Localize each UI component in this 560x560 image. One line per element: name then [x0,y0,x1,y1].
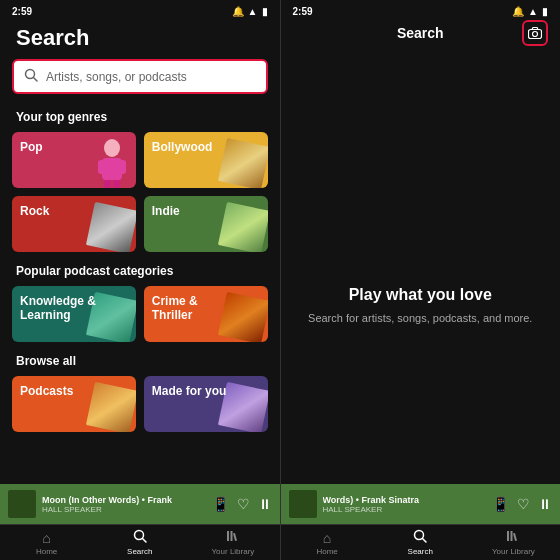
left-panel: 2:59 🔔 ▲ ▮ Search Artists, songs, or pod… [0,0,280,560]
genre-card-indie[interactable]: Indie [144,196,268,252]
right-search-icon [413,529,427,546]
podcast-grid: Knowledge &Learning Crime &Thriller [0,286,280,350]
svg-line-9 [142,539,146,543]
left-nav-library[interactable]: Your Library [186,529,279,556]
genre-crime-label: Crime &Thriller [152,294,198,323]
right-heart-icon[interactable]: ♡ [517,496,530,512]
left-nav-home[interactable]: ⌂ Home [0,530,93,556]
right-wifi-icon: ▲ [528,6,538,17]
bell-icon: 🔔 [232,6,244,17]
right-status-bar: 2:59 🔔 ▲ ▮ [281,0,561,19]
pop-art [92,136,132,188]
svg-rect-7 [113,180,120,188]
right-header: Search [281,19,561,49]
left-status-bar: 2:59 🔔 ▲ ▮ [0,0,280,19]
right-home-icon: ⌂ [323,530,331,546]
genre-made-for-you-label: Made for you [152,384,227,398]
genre-card-bollywood[interactable]: Bollywood [144,132,268,188]
right-device-icon[interactable]: 📱 [492,496,509,512]
left-nav-search[interactable]: Search [93,529,186,556]
svg-rect-19 [513,533,517,541]
right-nav-library[interactable]: Your Library [467,529,560,556]
search-bar[interactable]: Artists, songs, or podcasts [12,59,268,94]
rock-art [86,202,136,252]
home-icon: ⌂ [42,530,50,546]
left-nowplaying-controls: 📱 ♡ ⏸ [212,496,272,512]
genre-bollywood-label: Bollywood [152,140,213,154]
right-nowplaying-title: Words) • Frank Sinatra [323,495,487,505]
genre-card-pop[interactable]: Pop [12,132,136,188]
svg-rect-13 [529,30,542,39]
left-nowplaying-title: Moon (In Other Words) • Frank [42,495,206,505]
svg-rect-18 [511,531,513,541]
search-icon [24,68,38,85]
left-page-title: Search [0,19,280,59]
genre-card-made-for-you[interactable]: Made for you [144,376,268,432]
indie-art [217,202,267,252]
search-placeholder: Artists, songs, or podcasts [46,70,187,84]
podcast-art [86,382,136,432]
left-bottom-nav: ⌂ Home Search Your Library [0,524,280,560]
svg-point-2 [104,139,120,157]
right-time: 2:59 [293,6,313,17]
top-genres-grid: Pop Bollywood Rock [0,132,280,260]
svg-rect-6 [104,180,111,188]
svg-rect-17 [507,531,509,541]
left-nav-search-label: Search [127,547,152,556]
left-nowplaying-artist: HALL SPEAKER [42,505,206,514]
genre-podcasts-label: Podcasts [20,384,73,398]
right-nowplaying-artist: HALL SPEAKER [323,505,487,514]
right-nav-library-label: Your Library [492,547,535,556]
pause-icon[interactable]: ⏸ [258,496,272,512]
genre-knowledge-label: Knowledge &Learning [20,294,96,323]
right-nowplaying-bar[interactable]: Words) • Frank Sinatra HALL SPEAKER 📱 ♡ … [281,484,561,524]
wifi-icon: ▲ [248,6,258,17]
right-nowplaying-info: Words) • Frank Sinatra HALL SPEAKER [323,495,487,514]
browse-grid: Podcasts Made for you [0,376,280,440]
genre-indie-label: Indie [152,204,180,218]
right-nav-search-label: Search [408,547,433,556]
right-nav-search[interactable]: Search [374,529,467,556]
svg-rect-12 [233,533,237,541]
svg-rect-4 [98,160,106,174]
right-nav-home-label: Home [316,547,337,556]
podcast-categories-label: Popular podcast categories [0,260,280,286]
right-header-title: Search [397,25,444,41]
bollywood-art [217,138,267,188]
right-pause-icon[interactable]: ⏸ [538,496,552,512]
genre-card-podcasts[interactable]: Podcasts [12,376,136,432]
svg-rect-11 [230,531,232,541]
genre-rock-label: Rock [20,204,49,218]
right-nowplaying-controls: 📱 ♡ ⏸ [492,496,552,512]
left-status-icons: 🔔 ▲ ▮ [232,6,268,17]
right-nav-home[interactable]: ⌂ Home [281,530,374,556]
device-icon[interactable]: 📱 [212,496,229,512]
heart-icon[interactable]: ♡ [237,496,250,512]
genre-pop-label: Pop [20,140,43,154]
svg-rect-5 [118,160,126,174]
genre-card-crime[interactable]: Crime &Thriller [144,286,268,342]
left-nav-home-label: Home [36,547,57,556]
crime-art [217,292,267,342]
left-nowplaying-bar[interactable]: Moon (In Other Words) • Frank HALL SPEAK… [0,484,280,524]
svg-line-1 [34,78,38,82]
browse-all-label: Browse all [0,350,280,376]
right-bell-icon: 🔔 [512,6,524,17]
left-time: 2:59 [12,6,32,17]
left-nav-library-label: Your Library [212,547,255,556]
right-bottom-nav: ⌂ Home Search Your Library [281,524,561,560]
right-library-icon [506,529,520,546]
right-battery-icon: ▮ [542,6,548,17]
genre-card-knowledge[interactable]: Knowledge &Learning [12,286,136,342]
pwyl-title: Play what you love [349,286,492,304]
svg-line-16 [423,539,427,543]
battery-icon: ▮ [262,6,268,17]
right-nowplaying-thumb [289,490,317,518]
genre-card-rock[interactable]: Rock [12,196,136,252]
right-status-icons: 🔔 ▲ ▮ [512,6,548,17]
top-genres-label: Your top genres [0,106,280,132]
search-nav-icon [133,529,147,546]
svg-rect-10 [227,531,229,541]
camera-button[interactable] [522,20,548,46]
left-nowplaying-info: Moon (In Other Words) • Frank HALL SPEAK… [42,495,206,514]
